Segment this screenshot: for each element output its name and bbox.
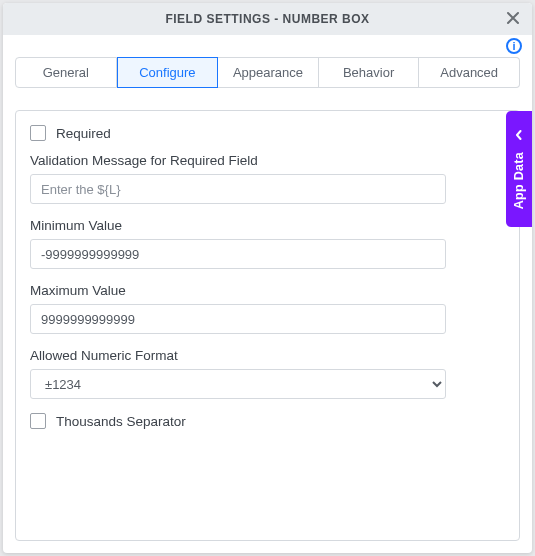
configure-panel: Required Validation Message for Required…	[15, 110, 520, 541]
validation-message-input[interactable]	[30, 174, 446, 204]
tab-advanced[interactable]: Advanced	[419, 57, 520, 88]
max-value-input[interactable]	[30, 304, 446, 334]
app-data-label: App Data	[512, 152, 526, 209]
app-data-drawer-handle[interactable]: App Data	[506, 111, 532, 227]
close-icon	[506, 9, 520, 30]
chevron-left-icon	[514, 128, 524, 142]
tab-general[interactable]: General	[15, 57, 117, 88]
numeric-format-select[interactable]: ±1234	[30, 369, 446, 399]
field-settings-dialog: FIELD SETTINGS - NUMBER BOX i General Co…	[3, 3, 532, 553]
required-label: Required	[56, 126, 111, 141]
required-checkbox[interactable]	[30, 125, 46, 141]
tab-appearance[interactable]: Appearance	[218, 57, 319, 88]
tab-configure[interactable]: Configure	[117, 57, 219, 88]
max-value-group: Maximum Value	[30, 283, 505, 334]
thousands-separator-checkbox[interactable]	[30, 413, 46, 429]
thousands-separator-row: Thousands Separator	[30, 413, 505, 429]
numeric-format-label: Allowed Numeric Format	[30, 348, 505, 363]
tabs: General Configure Appearance Behavior Ad…	[15, 57, 520, 88]
min-value-label: Minimum Value	[30, 218, 505, 233]
required-row: Required	[30, 125, 505, 141]
info-icon[interactable]: i	[506, 38, 522, 54]
dialog-title: FIELD SETTINGS - NUMBER BOX	[165, 12, 369, 26]
titlebar: FIELD SETTINGS - NUMBER BOX	[3, 3, 532, 35]
max-value-label: Maximum Value	[30, 283, 505, 298]
validation-message-group: Validation Message for Required Field	[30, 153, 505, 204]
min-value-input[interactable]	[30, 239, 446, 269]
tab-behavior[interactable]: Behavior	[319, 57, 420, 88]
thousands-separator-label: Thousands Separator	[56, 414, 186, 429]
numeric-format-group: Allowed Numeric Format ±1234	[30, 348, 505, 399]
min-value-group: Minimum Value	[30, 218, 505, 269]
info-row: i	[3, 35, 532, 57]
close-button[interactable]	[502, 8, 524, 30]
validation-message-label: Validation Message for Required Field	[30, 153, 505, 168]
